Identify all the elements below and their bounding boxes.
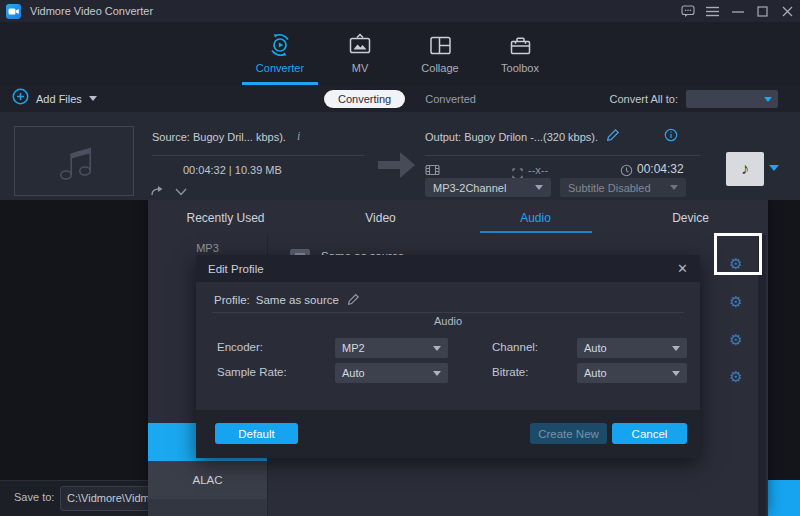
output-duration: 00:04:32 [637, 162, 684, 176]
panel-tab-video[interactable]: Video [303, 200, 458, 235]
tab-mv-label: MV [352, 62, 369, 74]
profile-settings-gear-icon[interactable]: ⚙ [722, 291, 750, 313]
feedback-icon[interactable] [675, 0, 700, 22]
save-path-input[interactable]: C:\Vidmore\Vidmor [60, 486, 162, 511]
app-logo-icon [6, 4, 21, 19]
source-info-icon[interactable]: i [297, 129, 300, 144]
window-title: Vidmore Video Converter [30, 5, 153, 17]
panel-tab-audio[interactable]: Audio [458, 200, 613, 235]
channel-select[interactable]: Auto [577, 338, 687, 358]
format-item-label: ALAC [192, 474, 222, 486]
divider [425, 155, 700, 156]
music-note-icon [49, 137, 99, 185]
format-item-partial[interactable] [148, 499, 267, 516]
add-files-label: Add Files [36, 93, 82, 105]
file-item-row: Source: Bugoy Dril... kbps). i 00:04:32 … [0, 112, 800, 200]
profile-dropdown-caret[interactable] [769, 165, 779, 171]
default-button[interactable]: Default [215, 423, 298, 444]
source-duration-size: 00:04:32 | 10.39 MB [183, 164, 282, 176]
encoder-value: MP2 [342, 342, 365, 354]
format-item-mp3[interactable]: MP3 [148, 242, 267, 254]
collage-icon [429, 30, 452, 60]
close-icon[interactable]: ✕ [677, 261, 688, 276]
tab-toolbox[interactable]: Toolbox [480, 30, 560, 85]
output-format-select[interactable]: MP3-2Channel [425, 178, 551, 197]
output-label: Output: Bugoy Drilon -...(320 kbps). [425, 131, 598, 143]
converter-icon [267, 30, 293, 60]
panel-tab-label: Video [365, 211, 395, 225]
active-panel-tab-underline [480, 231, 592, 233]
chevron-down-icon [535, 185, 543, 190]
bitrate-label: Bitrate: [492, 366, 528, 378]
main-nav: Converter MV [0, 22, 800, 85]
encoder-select[interactable]: MP2 [335, 338, 448, 358]
panel-tab-device[interactable]: Device [613, 200, 768, 235]
source-thumbnail [14, 126, 134, 196]
collapse-chevron-icon[interactable] [175, 182, 187, 200]
close-button[interactable] [775, 0, 800, 22]
convert-all-button-partial[interactable] [766, 480, 800, 516]
section-title-audio: Audio [196, 315, 700, 327]
sample-rate-value: Auto [342, 367, 365, 379]
converted-tab[interactable]: Converted [425, 93, 476, 105]
menu-icon[interactable] [700, 0, 725, 22]
bitrate-select[interactable]: Auto [577, 363, 687, 383]
panel-scrollbar[interactable] [758, 235, 766, 516]
encoder-label: Encoder: [217, 341, 263, 353]
toolbar: Add Files Converting Converted Convert A… [0, 85, 800, 112]
channel-label: Channel: [492, 341, 538, 353]
rotate-tool-icon[interactable] [150, 182, 165, 200]
music-note-icon: ♪ [741, 160, 749, 178]
sample-rate-label: Sample Rate: [217, 366, 287, 378]
chevron-down-icon [433, 371, 441, 376]
highlight-box [714, 233, 762, 275]
panel-tab-label: Recently Used [186, 211, 264, 225]
titlebar: Vidmore Video Converter [0, 0, 800, 22]
tab-mv[interactable]: MV [320, 30, 400, 85]
converting-tab[interactable]: Converting [324, 90, 405, 108]
panel-tab-label: Audio [520, 211, 551, 225]
output-profile-thumbnail[interactable]: ♪ [726, 152, 764, 186]
tab-converter[interactable]: Converter [240, 30, 320, 85]
save-to-label: Save to: [14, 491, 54, 503]
divider [152, 155, 364, 156]
sample-rate-select[interactable]: Auto [335, 363, 448, 383]
profile-settings-gear-icon[interactable]: ⚙ [722, 329, 750, 351]
edit-output-icon[interactable] [606, 128, 620, 146]
tab-toolbox-label: Toolbox [501, 62, 539, 74]
format-item-alac[interactable]: ALAC [148, 461, 267, 499]
create-new-button[interactable]: Create New [530, 423, 607, 444]
cancel-button[interactable]: Cancel [612, 423, 687, 444]
source-label: Source: Bugoy Dril... kbps). [152, 131, 286, 143]
divider [212, 312, 684, 313]
convert-all-label: Convert All to: [610, 93, 678, 105]
chevron-down-icon[interactable] [89, 96, 97, 101]
convert-arrow [378, 161, 400, 169]
profile-label: Profile: [214, 294, 250, 306]
add-files-button[interactable]: Add Files [12, 85, 97, 112]
chevron-down-icon [670, 185, 678, 190]
convert-all-select[interactable] [686, 90, 778, 108]
resolution-value: --x-- [528, 164, 548, 176]
toolbox-icon [509, 30, 532, 60]
mv-icon [348, 30, 372, 60]
subtitle-select[interactable]: Subtitle Disabled [560, 178, 686, 197]
profile-settings-gear-icon[interactable]: ⚙ [722, 366, 750, 388]
rename-profile-icon[interactable] [347, 293, 360, 306]
panel-tab-label: Device [672, 211, 709, 225]
panel-tab-recently-used[interactable]: Recently Used [148, 200, 303, 235]
maximize-button[interactable] [750, 0, 775, 22]
dialog-title: Edit Profile [208, 263, 264, 275]
subtitle-value: Subtitle Disabled [568, 182, 651, 194]
output-format-value: MP3-2Channel [433, 182, 506, 194]
tab-collage-label: Collage [421, 62, 458, 74]
tab-collage[interactable]: Collage [400, 30, 480, 85]
app-window: Save to: C:\Vidmore\Vidmor Vidmore Video… [0, 0, 800, 516]
profile-value: Same as source [256, 294, 339, 306]
dialog-header: Edit Profile ✕ [196, 255, 700, 282]
dialog-footer: Default Create New Cancel [196, 410, 700, 458]
chevron-down-icon [672, 346, 680, 351]
minimize-button[interactable] [725, 0, 750, 22]
channel-value: Auto [584, 342, 607, 354]
output-info-icon[interactable] [664, 128, 678, 146]
